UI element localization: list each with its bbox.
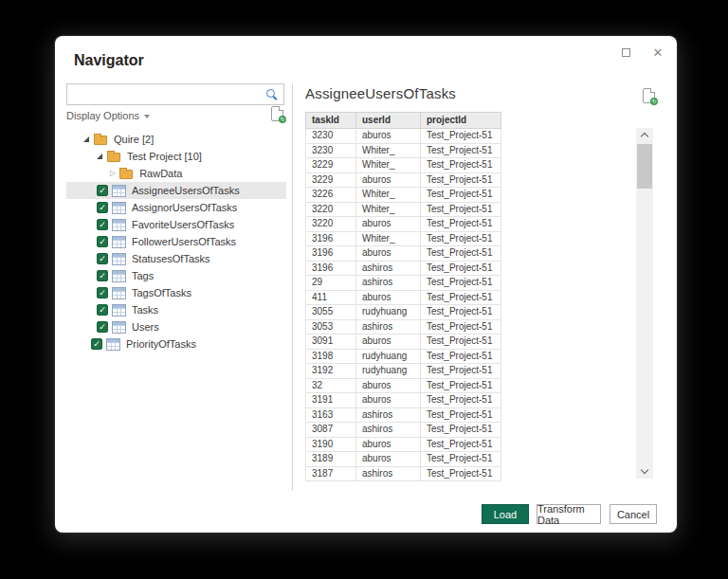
table-cell: 3191 [306, 393, 356, 408]
table-row: 3226Whiter_Test_Project-51 [306, 188, 501, 203]
table-cell: aburos [356, 393, 421, 408]
column-header[interactable]: taskId [306, 113, 356, 129]
table-cell: Whiter_ [356, 158, 421, 173]
close-button[interactable]: ✕ [648, 44, 667, 61]
tree-item[interactable]: ✓AssigneeUsersOfTasks [66, 182, 286, 199]
expanded-triangle-icon[interactable] [97, 154, 102, 159]
refresh-tree-icon[interactable] [271, 106, 283, 121]
scroll-up-button[interactable] [636, 128, 653, 142]
table-cell: aburos [356, 172, 421, 188]
table-row: 3230aburosTest_Project-51 [306, 129, 501, 144]
table-cell: Test_Project-51 [421, 407, 501, 423]
table-row: 29ashirosTest_Project-51 [306, 276, 501, 291]
display-options-dropdown[interactable]: Display Options [66, 110, 150, 121]
transform-data-button[interactable]: Transform Data [537, 504, 601, 524]
table-cell: Whiter_ [356, 188, 421, 203]
table-row: 3190aburosTest_Project-51 [306, 437, 501, 452]
table-cell: 3230 [306, 129, 356, 144]
table-row: 3055rudyhuangTest_Project-51 [306, 305, 501, 320]
table-cell: 29 [306, 276, 356, 291]
tree-item[interactable]: ✓Tasks [66, 301, 286, 318]
tree-item[interactable]: ✓Users [66, 318, 286, 335]
tree-item[interactable]: ✓TagsOfTasks [66, 284, 286, 301]
table-row: 3053ashirosTest_Project-51 [306, 319, 501, 335]
table-row: 3230Whiter_Test_Project-51 [306, 143, 501, 158]
table-cell: 3189 [306, 452, 356, 467]
expanded-triangle-icon[interactable] [83, 136, 89, 142]
table-row: 3091aburosTest_Project-51 [306, 335, 501, 350]
table-checkbox[interactable]: ✓ [97, 253, 108, 264]
table-cell: 3196 [306, 246, 356, 262]
table-cell: Test_Project-51 [421, 276, 501, 291]
tree-item-label: FollowerUsersOfTasks [131, 236, 236, 247]
table-cell: ashiros [356, 319, 421, 335]
table-cell: 3196 [306, 231, 356, 246]
cancel-button[interactable]: Cancel [610, 504, 657, 524]
tree-item[interactable]: ✓PriorityOfTasks [66, 335, 286, 353]
table-cell: 3220 [306, 202, 356, 217]
tree-item[interactable]: Test Project [10] [66, 148, 286, 165]
tree-item[interactable]: ✓Tags [66, 267, 286, 284]
table-icon [112, 270, 126, 282]
column-header[interactable]: userId [356, 113, 421, 129]
load-button[interactable]: Load [482, 504, 529, 524]
tree-item[interactable]: ✓AssignorUsersOfTasks [66, 199, 286, 216]
tree-item[interactable]: ▷RawData [66, 165, 286, 182]
table-cell: 3196 [306, 261, 356, 276]
table-cell: 3053 [306, 319, 356, 335]
table-checkbox[interactable]: ✓ [97, 321, 108, 333]
scrollbar-thumb[interactable] [637, 144, 652, 189]
table-cell: ashiros [356, 407, 421, 423]
table-checkbox[interactable]: ✓ [91, 338, 102, 350]
table-cell: aburos [356, 378, 421, 393]
folder-icon [94, 136, 107, 145]
table-checkbox[interactable]: ✓ [97, 219, 108, 230]
table-checkbox[interactable]: ✓ [97, 185, 108, 196]
table-cell: Test_Project-51 [421, 231, 501, 246]
table-cell: 3091 [306, 335, 356, 350]
chevron-down-icon [144, 115, 150, 118]
preview-title: AssigneeUsersOfTasks [305, 85, 456, 101]
scroll-down-button[interactable] [636, 464, 653, 479]
table-row: 3220aburosTest_Project-51 [306, 217, 501, 232]
table-checkbox[interactable]: ✓ [97, 270, 108, 281]
table-cell: 3190 [306, 437, 356, 452]
search-icon[interactable] [264, 87, 280, 102]
tree-item[interactable]: ✓FollowerUsersOfTasks [66, 233, 286, 250]
tree-item[interactable]: ✓FavoriteUsersOfTasks [66, 216, 286, 233]
table-cell: Test_Project-51 [421, 202, 501, 217]
table-cell: 3229 [306, 172, 356, 188]
search-input[interactable] [67, 84, 264, 104]
table-row: 3229aburosTest_Project-51 [306, 172, 501, 188]
maximize-button[interactable] [616, 44, 635, 61]
table-cell: Test_Project-51 [421, 143, 501, 158]
tree-item-label: Test Project [10] [126, 151, 202, 162]
tree-item-label: AssigneeUsersOfTasks [131, 185, 240, 196]
tree-item[interactable]: ✓StatusesOfTasks [66, 250, 286, 267]
dialog-title: Navigator [74, 52, 144, 69]
table-cell: 3220 [306, 217, 356, 232]
table-checkbox[interactable]: ✓ [97, 202, 108, 213]
table-cell: Whiter_ [356, 231, 421, 246]
table-checkbox[interactable]: ✓ [97, 304, 108, 316]
folder-icon [119, 170, 133, 179]
table-row: 3196aburosTest_Project-51 [306, 246, 501, 262]
table-row: 3196Whiter_Test_Project-51 [306, 231, 501, 246]
tree-item-label: StatusesOfTasks [131, 253, 210, 264]
refresh-preview-icon[interactable] [643, 88, 655, 103]
table-checkbox[interactable]: ✓ [97, 236, 108, 247]
vertical-scrollbar[interactable] [636, 128, 653, 479]
table-checkbox[interactable]: ✓ [97, 287, 108, 299]
column-header[interactable]: projectId [421, 113, 501, 129]
table-cell: aburos [356, 217, 421, 232]
table-cell: Test_Project-51 [421, 335, 501, 350]
tree-item-label: Tags [131, 270, 154, 281]
table-cell: ashiros [356, 276, 421, 291]
collapsed-triangle-icon[interactable]: ▷ [110, 170, 116, 177]
table-cell: Test_Project-51 [421, 129, 501, 144]
tree-item-label: TagsOfTasks [131, 287, 191, 299]
table-cell: Test_Project-51 [421, 452, 501, 467]
tree-item[interactable]: Quire [2] [66, 131, 286, 148]
table-cell: 3087 [306, 423, 356, 438]
table-cell: 3230 [306, 143, 356, 158]
